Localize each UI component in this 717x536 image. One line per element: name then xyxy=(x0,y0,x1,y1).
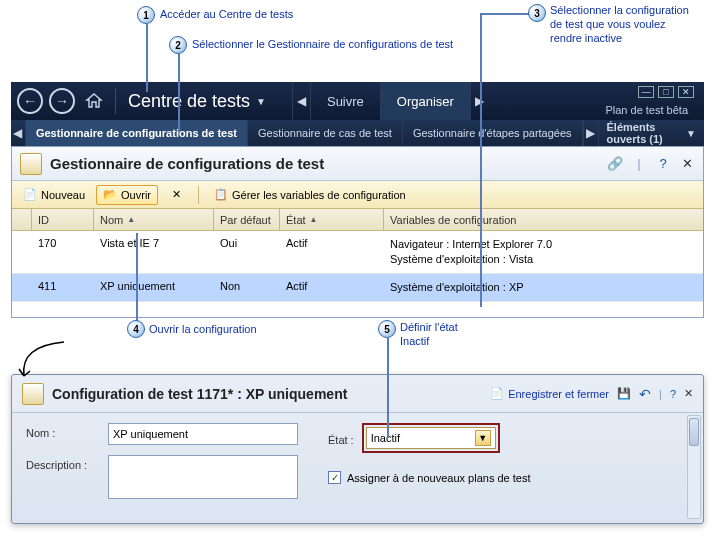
open-icon: 📂 xyxy=(103,188,117,202)
close-button[interactable]: ✕ xyxy=(678,86,694,98)
callout-4-line xyxy=(136,233,138,321)
callout-1-text: Accéder au Centre de tests xyxy=(160,8,293,22)
callout-3-line-h xyxy=(480,13,530,15)
nav-forward-button[interactable]: → xyxy=(49,88,75,114)
tab-organiser[interactable]: Organiser xyxy=(380,82,470,120)
hub-title[interactable]: Centre de tests ▼ xyxy=(120,91,274,112)
separator xyxy=(115,88,116,114)
callout-1-badge: 1 xyxy=(137,6,155,24)
callout-1-line xyxy=(146,24,148,92)
help-icon[interactable]: ? xyxy=(670,388,676,400)
tab-organiser-label: Organiser xyxy=(397,94,454,109)
delete-config-button[interactable]: ✕ xyxy=(162,185,190,205)
grid-body: 170 Vista et IE 7 Oui Actif Navigateur :… xyxy=(12,231,703,302)
dropdown-toggle[interactable]: ▼ xyxy=(475,430,491,446)
subtab-shared-steps-label: Gestionnaire d'étapes partagées xyxy=(413,127,572,139)
separator xyxy=(198,186,199,204)
close-pane-icon[interactable]: ✕ xyxy=(679,156,695,172)
help-icon[interactable]: ? xyxy=(655,156,671,172)
phase-next[interactable]: ▶ xyxy=(470,82,488,120)
name-field[interactable] xyxy=(108,423,298,445)
save-and-close-label: Enregistrer et fermer xyxy=(508,388,609,400)
col-vars[interactable]: Variables de configuration xyxy=(384,209,703,230)
minimize-button[interactable]: — xyxy=(638,86,654,98)
cell-vars: Système d'exploitation : XP xyxy=(384,278,703,297)
flow-arrow xyxy=(14,340,74,380)
table-row-selected[interactable]: 411 XP uniquement Non Actif Système d'ex… xyxy=(12,274,703,302)
home-icon[interactable] xyxy=(83,90,105,112)
table-row[interactable]: 170 Vista et IE 7 Oui Actif Navigateur :… xyxy=(12,231,703,274)
save-icon[interactable]: 💾 xyxy=(617,387,631,400)
save-close-icon: 📄 xyxy=(490,387,504,400)
detail-header: Configuration de test 1171* : XP uniquem… xyxy=(12,375,703,413)
col-default[interactable]: Par défaut xyxy=(214,209,280,230)
detail-title: Configuration de test 1171* : XP uniquem… xyxy=(52,386,347,402)
detail-scrollbar[interactable] xyxy=(687,415,701,519)
phase-prev[interactable]: ◀ xyxy=(292,82,310,120)
detail-body: Nom : Description : État : Inactif ▼ ✓ xyxy=(12,413,703,509)
close-detail-icon[interactable]: ✕ xyxy=(684,387,693,400)
config-manager-header: Gestionnaire de configurations de test 🔗… xyxy=(12,147,703,181)
callout-5b-text: Inactif xyxy=(400,335,429,349)
grid-header: ID Nom▲ Par défaut État▲ Variables de co… xyxy=(12,209,703,231)
state-dropdown[interactable]: Inactif ▼ xyxy=(366,427,496,449)
subtab-config-manager-label: Gestionnaire de configurations de test xyxy=(36,127,237,139)
callout-3-line-v xyxy=(480,13,482,307)
description-field[interactable] xyxy=(108,455,298,499)
open-items-label: Éléments ouverts (1) xyxy=(607,121,683,145)
checkbox-icon[interactable]: ✓ xyxy=(328,471,341,484)
subtab-next[interactable]: ▶ xyxy=(583,120,598,146)
sort-asc-icon: ▲ xyxy=(310,215,318,224)
save-and-close-button[interactable]: 📄 Enregistrer et fermer xyxy=(490,387,609,400)
document-icon xyxy=(22,383,44,405)
cell-nom: Vista et IE 7 xyxy=(94,235,214,251)
delete-icon: ✕ xyxy=(169,188,183,202)
subtab-shared-steps[interactable]: Gestionnaire d'étapes partagées xyxy=(403,120,583,146)
callout-4-text: Ouvrir la configuration xyxy=(149,323,257,337)
tab-suivre-label: Suivre xyxy=(327,94,364,109)
callout-2-text: Sélectionner le Gestionnaire de configur… xyxy=(192,38,453,52)
tab-suivre[interactable]: Suivre xyxy=(310,82,380,120)
label-description: Description : xyxy=(26,455,100,471)
cell-vars: Navigateur : Internet Explorer 7.0 Systè… xyxy=(384,235,703,269)
label-nom: Nom : xyxy=(26,423,100,439)
subtab-case-manager[interactable]: Gestionnaire de cas de test xyxy=(248,120,403,146)
subtab-prev[interactable]: ◀ xyxy=(11,120,26,146)
cell-id: 411 xyxy=(32,278,94,294)
callout-5-line xyxy=(387,338,389,438)
col-pin[interactable] xyxy=(12,209,32,230)
col-id[interactable]: ID xyxy=(32,209,94,230)
scrollbar-thumb[interactable] xyxy=(689,418,699,446)
manage-vars-button[interactable]: 📋 Gérer les variables de configuration xyxy=(207,185,413,205)
vars-icon: 📋 xyxy=(214,188,228,202)
test-plan-label: Plan de test bêta xyxy=(605,104,688,116)
col-etat[interactable]: État▲ xyxy=(280,209,384,230)
assign-checkbox-row[interactable]: ✓ Assigner à de nouveaux plans de test xyxy=(328,471,530,484)
cell-def: Oui xyxy=(214,235,280,251)
config-manager-title: Gestionnaire de configurations de test xyxy=(50,155,324,172)
cell-nom: XP uniquement xyxy=(94,278,214,294)
callout-3-badge: 3 xyxy=(528,4,546,22)
new-config-label: Nouveau xyxy=(41,189,85,201)
window-controls: — □ ✕ xyxy=(638,86,694,98)
undo-icon[interactable]: ↶ xyxy=(639,386,651,402)
assign-label: Assigner à de nouveaux plans de test xyxy=(347,472,530,484)
config-detail-pane: Configuration de test 1171* : XP uniquem… xyxy=(11,374,704,524)
maximize-button[interactable]: □ xyxy=(658,86,674,98)
cell-id: 170 xyxy=(32,235,94,251)
callout-2-badge: 2 xyxy=(169,36,187,54)
config-toolbar: 📄 Nouveau 📂 Ouvrir ✕ 📋 Gérer les variabl… xyxy=(12,181,703,209)
subtab-case-manager-label: Gestionnaire de cas de test xyxy=(258,127,392,139)
open-config-button[interactable]: 📂 Ouvrir xyxy=(96,185,158,205)
new-config-button[interactable]: 📄 Nouveau xyxy=(16,185,92,205)
copy-link-icon[interactable]: 🔗 xyxy=(607,156,623,172)
subtab-config-manager[interactable]: Gestionnaire de configurations de test xyxy=(26,120,248,146)
nav-back-button[interactable]: ← xyxy=(17,88,43,114)
callout-2-line xyxy=(178,54,180,132)
open-items[interactable]: Éléments ouverts (1) ▼ xyxy=(598,120,704,146)
separator: | xyxy=(631,156,647,172)
state-value: Inactif xyxy=(371,432,400,444)
callout-5-badge: 5 xyxy=(378,320,396,338)
cell-def: Non xyxy=(214,278,280,294)
col-nom[interactable]: Nom▲ xyxy=(94,209,214,230)
